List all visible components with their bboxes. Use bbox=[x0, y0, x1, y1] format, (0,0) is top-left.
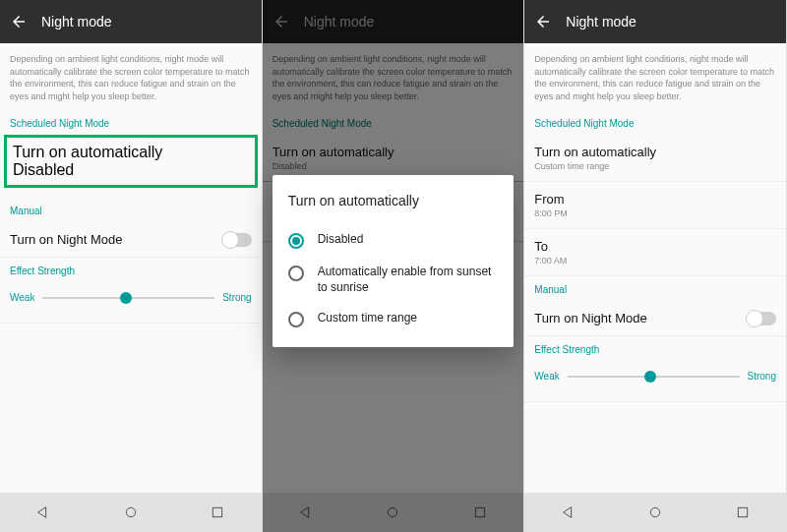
section-manual: Manual bbox=[524, 276, 786, 301]
auto-row-sub: Custom time range bbox=[534, 161, 776, 171]
page-title: Night mode bbox=[41, 14, 112, 30]
toggle-switch[interactable] bbox=[747, 312, 776, 325]
auto-row-title: Turn on automatically bbox=[534, 145, 776, 159]
auto-row[interactable]: Turn on automatically Custom time range bbox=[524, 135, 786, 182]
nav-home-icon[interactable] bbox=[647, 504, 663, 520]
highlight-box: Turn on automatically Disabled bbox=[4, 135, 258, 188]
svg-rect-1 bbox=[213, 507, 222, 516]
nav-bar bbox=[524, 493, 786, 532]
to-sub: 7:00 AM bbox=[534, 256, 776, 266]
svg-rect-5 bbox=[738, 507, 747, 516]
radio-icon[interactable] bbox=[288, 266, 304, 281]
page-title: Night mode bbox=[566, 14, 636, 30]
to-row[interactable]: To 7:00 AM bbox=[524, 229, 786, 276]
section-manual: Manual bbox=[0, 198, 262, 222]
screen-1: Night mode Depending on ambient light co… bbox=[0, 0, 263, 532]
effect-slider[interactable] bbox=[42, 297, 214, 299]
screen-2: Night mode Depending on ambient light co… bbox=[263, 0, 525, 532]
radio-icon[interactable] bbox=[288, 233, 304, 249]
svg-point-4 bbox=[650, 507, 659, 516]
radio-option-sunset[interactable]: Automatically enable from sunset to sunr… bbox=[288, 257, 499, 303]
radio-option-custom[interactable]: Custom time range bbox=[288, 303, 499, 335]
back-arrow-icon[interactable] bbox=[10, 13, 28, 30]
app-bar: Night mode bbox=[0, 0, 262, 43]
svg-point-0 bbox=[126, 507, 135, 516]
slider-knob[interactable] bbox=[644, 371, 656, 383]
slider-knob[interactable] bbox=[120, 292, 132, 304]
effect-slider-row: Weak Strong bbox=[0, 282, 262, 324]
section-scheduled: Scheduled Night Mode bbox=[0, 110, 262, 135]
description-text: Depending on ambient light conditions, n… bbox=[0, 43, 262, 110]
night-mode-toggle-row[interactable]: Turn on Night Mode bbox=[524, 301, 786, 336]
radio-label: Disabled bbox=[318, 232, 364, 248]
section-effect: Effect Strength bbox=[0, 258, 262, 282]
section-scheduled: Scheduled Night Mode bbox=[524, 110, 786, 135]
slider-weak-label: Weak bbox=[10, 292, 34, 303]
night-mode-toggle-row[interactable]: Turn on Night Mode bbox=[0, 222, 262, 258]
content-area: Depending on ambient light conditions, n… bbox=[0, 43, 262, 493]
section-effect: Effect Strength bbox=[524, 336, 786, 361]
radio-label: Automatically enable from sunset to sunr… bbox=[318, 265, 499, 295]
toggle-switch[interactable] bbox=[222, 233, 252, 247]
effect-slider[interactable] bbox=[568, 376, 740, 378]
toggle-label: Turn on Night Mode bbox=[534, 311, 646, 325]
radio-icon[interactable] bbox=[288, 312, 304, 327]
nav-recent-icon[interactable] bbox=[735, 504, 751, 520]
auto-row-title: Turn on automatically bbox=[13, 144, 249, 161]
radio-option-disabled[interactable]: Disabled bbox=[288, 224, 499, 257]
radio-label: Custom time range bbox=[318, 311, 417, 326]
from-sub: 8:00 PM bbox=[534, 208, 776, 218]
nav-home-icon[interactable] bbox=[123, 504, 139, 520]
slider-strong-label: Strong bbox=[222, 292, 251, 303]
content-area: Depending on ambient light conditions, n… bbox=[524, 43, 786, 493]
nav-recent-icon[interactable] bbox=[210, 504, 225, 520]
description-text: Depending on ambient light conditions, n… bbox=[524, 43, 786, 110]
back-arrow-icon[interactable] bbox=[534, 13, 552, 30]
screen-3: Night mode Depending on ambient light co… bbox=[524, 0, 787, 532]
nav-bar bbox=[0, 493, 262, 532]
toggle-label: Turn on Night Mode bbox=[10, 232, 122, 247]
slider-strong-label: Strong bbox=[748, 371, 776, 382]
from-row[interactable]: From 8:00 PM bbox=[524, 182, 786, 229]
nav-back-icon[interactable] bbox=[35, 504, 51, 520]
auto-row[interactable]: Turn on automatically Disabled bbox=[13, 144, 249, 179]
slider-weak-label: Weak bbox=[534, 371, 559, 382]
auto-row-sub: Disabled bbox=[13, 161, 249, 179]
nav-back-icon[interactable] bbox=[561, 504, 576, 520]
app-bar: Night mode bbox=[524, 0, 786, 43]
effect-slider-row: Weak Strong bbox=[524, 361, 786, 402]
dialog-title: Turn on automatically bbox=[288, 193, 499, 208]
auto-dialog: Turn on automatically Disabled Automatic… bbox=[272, 175, 515, 347]
to-title: To bbox=[534, 239, 776, 254]
from-title: From bbox=[534, 192, 776, 207]
